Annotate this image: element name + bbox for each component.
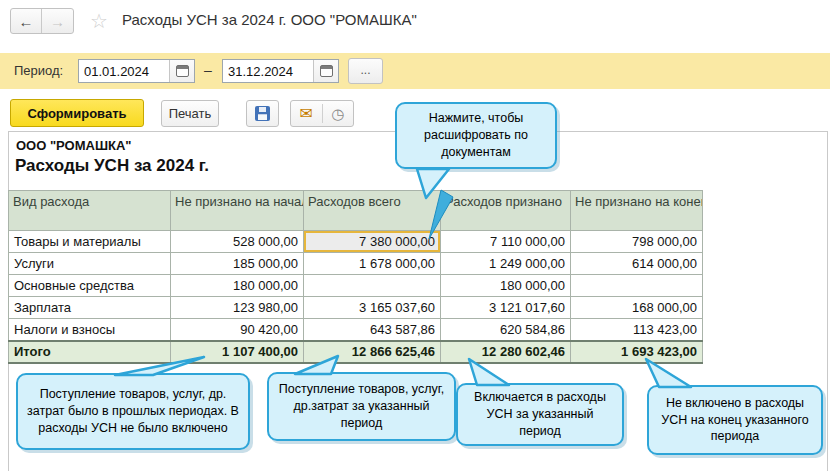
cell-value[interactable]: 3 121 017,60 <box>441 297 571 319</box>
cell-value[interactable]: 1 678 000,00 <box>304 253 441 275</box>
calendar-icon <box>176 65 189 77</box>
cell-value[interactable] <box>571 275 703 297</box>
period-to-field <box>222 59 339 83</box>
total-value[interactable]: 12 866 625,46 <box>304 341 441 363</box>
period-to-input[interactable] <box>223 60 313 82</box>
total-value[interactable]: 12 280 602,46 <box>441 341 571 363</box>
cell-value[interactable]: 180 000,00 <box>441 275 571 297</box>
col-not-recognized-end: Не признано на конец периода <box>571 191 703 231</box>
period-to-calendar-button[interactable] <box>313 60 338 82</box>
period-from-calendar-button[interactable] <box>169 60 194 82</box>
cell-value[interactable]: 3 165 037,60 <box>304 297 441 319</box>
callout-drilldown: Нажмите, чтобы расшифровать по документа… <box>395 102 557 169</box>
period-range-separator: – <box>204 62 212 78</box>
row-label: Основные средства <box>9 275 171 297</box>
table-row: Зарплата 123 980,00 3 165 037,60 3 121 0… <box>9 297 703 319</box>
period-from-input[interactable] <box>79 60 169 82</box>
calendar-icon <box>320 65 333 77</box>
period-from-field <box>78 59 195 83</box>
col-expenses-total: Расходов всего <box>304 191 441 231</box>
report-organization: ООО "РОМАШКА" <box>16 138 132 153</box>
cell-value[interactable]: 614 000,00 <box>571 253 703 275</box>
row-label: Зарплата <box>9 297 171 319</box>
favorite-star-icon[interactable]: ☆ <box>90 9 108 33</box>
cell-value[interactable]: 113 423,00 <box>571 319 703 341</box>
period-label: Период: <box>14 63 63 78</box>
table-row: Основные средства 180 000,00 180 000,00 <box>9 275 703 297</box>
period-more-button[interactable]: ... <box>348 58 383 84</box>
print-button[interactable]: Печать <box>161 100 219 127</box>
generate-button[interactable]: Сформировать <box>10 99 144 127</box>
total-label: Итого <box>9 341 171 363</box>
nav-history-group: ← → <box>10 8 74 34</box>
row-label: Налоги и взносы <box>9 319 171 341</box>
cell-value[interactable] <box>304 275 441 297</box>
callout-expenses-recognized: Включается в расходы УСН за указанный пе… <box>456 383 624 446</box>
col-expenses-recognized: Расходов признано <box>441 191 571 231</box>
total-value[interactable]: 1 107 400,00 <box>171 341 304 363</box>
forward-arrow-icon: → <box>50 13 65 30</box>
cell-value[interactable]: 798 000,00 <box>571 231 703 253</box>
cell-value[interactable]: 90 420,00 <box>171 319 304 341</box>
cell-value[interactable]: 620 584,86 <box>441 319 571 341</box>
page-title: Расходы УСН за 2024 г. ООО "РОМАШКА" <box>122 11 417 28</box>
table-header-row: Вид расхода Не признано на начало период… <box>9 191 703 231</box>
table-row: Услуги 185 000,00 1 678 000,00 1 249 000… <box>9 253 703 275</box>
col-expense-type: Вид расхода <box>9 191 171 231</box>
back-button[interactable]: ← <box>11 9 42 33</box>
forward-button[interactable]: → <box>42 9 73 33</box>
cell-value[interactable]: 168 000,00 <box>571 297 703 319</box>
report-title: Расходы УСН за 2024 г. <box>15 156 209 176</box>
schedule-button[interactable]: ◷ <box>323 105 354 123</box>
cell-value[interactable]: 643 587,86 <box>304 319 441 341</box>
callout-not-recognized-end: Не включено в расходы УСН на конец указа… <box>647 385 823 455</box>
row-label: Услуги <box>9 253 171 275</box>
envelope-icon: ✉ <box>300 104 313 123</box>
callout-expenses-total: Поступление товаров, услуг, др.затрат за… <box>267 372 456 441</box>
cell-value[interactable]: 180 000,00 <box>171 275 304 297</box>
col-not-recognized-start: Не признано на начало периода <box>171 191 304 231</box>
selected-cell[interactable]: 7 380 000,00 <box>304 231 441 253</box>
table-row: Налоги и взносы 90 420,00 643 587,86 620… <box>9 319 703 341</box>
send-schedule-group: ✉ ◷ <box>290 100 354 127</box>
cell-value[interactable]: 528 000,00 <box>171 231 304 253</box>
cell-value[interactable]: 1 249 000,00 <box>441 253 571 275</box>
row-label: Товары и материалы <box>9 231 171 253</box>
total-value[interactable]: 1 693 423,00 <box>571 341 703 363</box>
table-row: Товары и материалы 528 000,00 7 380 000,… <box>9 231 703 253</box>
expenses-table: Вид расхода Не признано на начало период… <box>8 190 703 364</box>
save-floppy-icon <box>255 106 270 121</box>
cell-value[interactable]: 7 110 000,00 <box>441 231 571 253</box>
back-arrow-icon: ← <box>19 13 34 30</box>
save-button[interactable] <box>246 100 279 127</box>
email-button[interactable]: ✉ <box>291 104 323 123</box>
callout-not-recognized-start: Поступление товаров, услуг, др. затрат б… <box>16 373 250 450</box>
cell-value[interactable]: 185 000,00 <box>171 253 304 275</box>
clock-icon: ◷ <box>331 105 344 123</box>
cell-value[interactable]: 123 980,00 <box>171 297 304 319</box>
table-total-row: Итого 1 107 400,00 12 866 625,46 12 280 … <box>9 341 703 363</box>
